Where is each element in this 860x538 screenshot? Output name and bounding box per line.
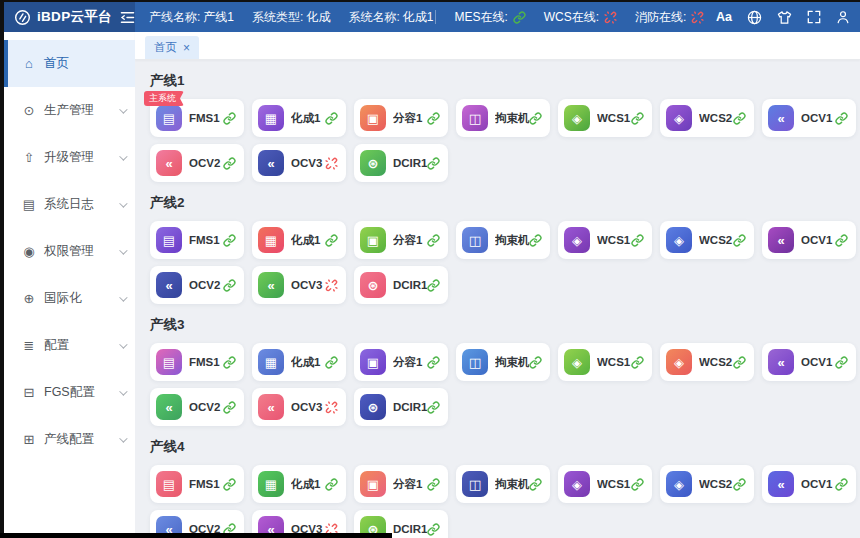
link-icon[interactable] bbox=[325, 234, 338, 247]
system-card[interactable]: 主系统 ▤ FMS1 bbox=[150, 99, 244, 137]
system-card[interactable]: « OCV1 bbox=[762, 343, 856, 381]
system-name: WCS1 bbox=[597, 478, 631, 490]
system-card[interactable]: « OCV3 bbox=[252, 388, 346, 426]
system-card[interactable]: ◈ WCS2 bbox=[660, 99, 754, 137]
system-card[interactable]: « OCV2 bbox=[150, 144, 244, 182]
link-icon[interactable] bbox=[835, 356, 848, 369]
system-card[interactable]: « OCV2 bbox=[150, 266, 244, 304]
system-card[interactable]: ◈ WCS2 bbox=[660, 343, 754, 381]
sidebar-item[interactable]: ⊕ 国际化 bbox=[4, 275, 135, 322]
link-icon[interactable] bbox=[427, 157, 440, 170]
link-icon[interactable] bbox=[223, 157, 236, 170]
link-icon[interactable] bbox=[733, 234, 746, 247]
system-card[interactable]: « OCV1 bbox=[762, 465, 856, 503]
system-card[interactable]: « OCV1 bbox=[762, 221, 856, 259]
link-icon[interactable] bbox=[325, 112, 338, 125]
system-card[interactable]: ▤ FMS1 bbox=[150, 221, 244, 259]
system-card[interactable]: ◈ WCS1 bbox=[558, 465, 652, 503]
link-icon[interactable] bbox=[223, 401, 236, 414]
sidebar-item[interactable]: ⊙ 生产管理 bbox=[4, 87, 135, 134]
system-card[interactable]: « OCV1 bbox=[762, 99, 856, 137]
sidebar-item[interactable]: ⌂ 首页 bbox=[4, 40, 135, 87]
broken-link-icon[interactable] bbox=[325, 157, 338, 170]
link-icon[interactable] bbox=[427, 356, 440, 369]
fullscreen-icon[interactable] bbox=[807, 10, 821, 24]
user-icon[interactable] bbox=[836, 10, 850, 24]
system-card[interactable]: « OCV2 bbox=[150, 388, 244, 426]
link-icon[interactable] bbox=[733, 478, 746, 491]
system-card[interactable]: ▣ 分容1 bbox=[354, 465, 448, 503]
system-name: OCV3 bbox=[291, 401, 325, 413]
link-icon[interactable] bbox=[325, 356, 338, 369]
sidebar-item[interactable]: ≣ 配置 bbox=[4, 322, 135, 369]
tab-close-icon[interactable]: × bbox=[183, 43, 190, 53]
sidebar-item[interactable]: ▤ 系统日志 bbox=[4, 181, 135, 228]
header-status-item: WCS在线: bbox=[544, 9, 617, 26]
system-card[interactable]: ◫ 拘束机 bbox=[456, 343, 550, 381]
link-icon[interactable] bbox=[835, 112, 848, 125]
broken-link-icon[interactable] bbox=[325, 401, 338, 414]
link-icon[interactable] bbox=[325, 478, 338, 491]
system-icon: ▣ bbox=[360, 105, 386, 131]
link-icon[interactable] bbox=[223, 478, 236, 491]
link-icon[interactable] bbox=[631, 234, 644, 247]
sidebar-item[interactable]: ⊞ 产线配置 bbox=[4, 416, 135, 463]
system-card[interactable]: ▦ 化成1 bbox=[252, 221, 346, 259]
system-card[interactable]: ◫ 拘束机 bbox=[456, 221, 550, 259]
system-card[interactable]: ▣ 分容1 bbox=[354, 343, 448, 381]
system-card[interactable]: ▦ 化成1 bbox=[252, 343, 346, 381]
link-icon[interactable] bbox=[529, 112, 542, 125]
link-icon[interactable] bbox=[223, 112, 236, 125]
system-card[interactable]: ◫ 拘束机 bbox=[456, 465, 550, 503]
system-name: OCV1 bbox=[801, 234, 835, 246]
system-card[interactable]: ⊛ DCIR1 bbox=[354, 388, 448, 426]
link-icon[interactable] bbox=[427, 478, 440, 491]
system-card[interactable]: ▦ 化成1 bbox=[252, 465, 346, 503]
link-icon[interactable] bbox=[223, 234, 236, 247]
system-card[interactable]: ▤ FMS1 bbox=[150, 465, 244, 503]
link-icon[interactable] bbox=[223, 279, 236, 292]
system-card[interactable]: ▦ 化成1 bbox=[252, 99, 346, 137]
system-card[interactable]: ◈ WCS1 bbox=[558, 221, 652, 259]
system-card[interactable]: « OCV3 bbox=[252, 266, 346, 304]
system-card[interactable]: ▣ 分容1 bbox=[354, 221, 448, 259]
system-card[interactable]: ◫ 拘束机 bbox=[456, 99, 550, 137]
link-icon[interactable] bbox=[427, 523, 440, 536]
language-globe-icon[interactable] bbox=[747, 10, 762, 25]
link-icon[interactable] bbox=[733, 356, 746, 369]
system-icon: ▣ bbox=[360, 227, 386, 253]
info-label: 系统类型: bbox=[252, 10, 303, 24]
system-card[interactable]: « OCV3 bbox=[252, 144, 346, 182]
link-icon[interactable] bbox=[427, 234, 440, 247]
link-icon[interactable] bbox=[427, 112, 440, 125]
link-icon[interactable] bbox=[427, 279, 440, 292]
link-icon[interactable] bbox=[835, 234, 848, 247]
broken-link-icon[interactable] bbox=[325, 279, 338, 292]
collapse-sidebar-icon[interactable] bbox=[120, 11, 135, 24]
theme-shirt-icon[interactable] bbox=[777, 10, 792, 25]
system-card[interactable]: ▤ FMS1 bbox=[150, 343, 244, 381]
system-card[interactable]: ◈ WCS1 bbox=[558, 343, 652, 381]
system-card[interactable]: ⊛ DCIR1 bbox=[354, 144, 448, 182]
link-icon[interactable] bbox=[529, 478, 542, 491]
sidebar-item[interactable]: ⊟ FGS配置 bbox=[4, 369, 135, 416]
system-card[interactable]: ▣ 分容1 bbox=[354, 99, 448, 137]
link-icon[interactable] bbox=[529, 234, 542, 247]
link-icon[interactable] bbox=[529, 356, 542, 369]
font-size-icon[interactable]: Aa bbox=[716, 10, 732, 24]
link-icon[interactable] bbox=[631, 356, 644, 369]
system-name: 分容1 bbox=[393, 111, 427, 126]
link-icon[interactable] bbox=[631, 478, 644, 491]
tab-home[interactable]: 首页 × bbox=[145, 36, 199, 59]
system-card[interactable]: ◈ WCS1 bbox=[558, 99, 652, 137]
link-icon[interactable] bbox=[835, 478, 848, 491]
link-icon[interactable] bbox=[631, 112, 644, 125]
system-card[interactable]: ◈ WCS2 bbox=[660, 465, 754, 503]
sidebar-item[interactable]: ⇧ 升级管理 bbox=[4, 134, 135, 181]
link-icon[interactable] bbox=[733, 112, 746, 125]
system-card[interactable]: ⊛ DCIR1 bbox=[354, 266, 448, 304]
link-icon[interactable] bbox=[427, 401, 440, 414]
link-icon[interactable] bbox=[223, 356, 236, 369]
sidebar-item[interactable]: ◉ 权限管理 bbox=[4, 228, 135, 275]
system-card[interactable]: ◈ WCS2 bbox=[660, 221, 754, 259]
